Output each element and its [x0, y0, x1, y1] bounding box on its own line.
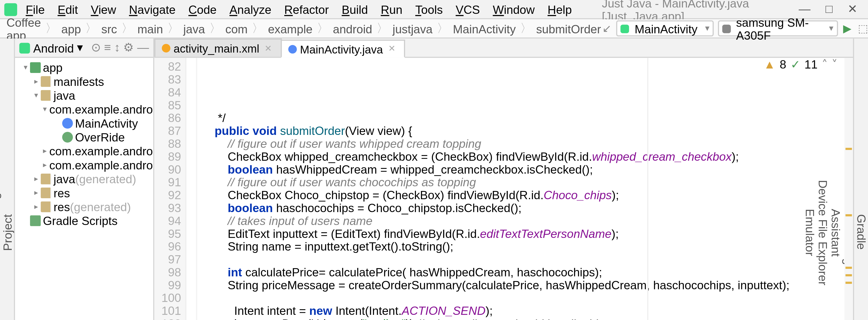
menu-refactor[interactable]: Refactor [278, 2, 335, 17]
menu-help[interactable]: Help [541, 2, 578, 17]
tree-node[interactable]: MainActivity [15, 116, 153, 129]
breadcrumb-item[interactable]: example [268, 22, 313, 35]
tree-node[interactable]: Gradle Scripts [15, 213, 153, 227]
tree-node[interactable]: OverRide [15, 129, 153, 143]
close-icon[interactable]: ✕ [847, 2, 857, 16]
menu-file[interactable]: File [19, 2, 51, 17]
debug-icon[interactable]: ⬚ [857, 21, 868, 35]
project-pane: Android ▾ ⊙ ≡ ↕ ⚙ — ▾app▸manifests▾java▾… [15, 38, 154, 320]
menu-navigate[interactable]: Navigate [123, 2, 182, 17]
inspection-widget[interactable]: ▲8 ✓11 ˄ ˅ [764, 58, 838, 71]
run-config-combo[interactable]: MainActivity [616, 21, 714, 36]
right-tool-stripe: Gradle Device Manager Assistant Device F… [853, 38, 868, 320]
breadcrumb-item[interactable]: submitOrder [536, 22, 601, 35]
tree-node[interactable]: ▸res [15, 185, 153, 199]
menu-analyze[interactable]: Analyze [223, 2, 278, 17]
editor-tab[interactable]: MainActivity.java✕ [281, 40, 406, 58]
tree-node[interactable]: ▾java [15, 88, 153, 102]
project-tree[interactable]: ▾app▸manifests▾java▾com.example.android.… [15, 58, 153, 320]
minimize-icon[interactable]: — [799, 2, 810, 16]
gear-icon[interactable]: ⚙ [123, 40, 134, 55]
tree-node[interactable]: ▸manifests [15, 74, 153, 88]
project-view-combo[interactable]: Android ▾ [19, 40, 84, 55]
menu-window[interactable]: Window [486, 2, 541, 17]
breadcrumb-item[interactable]: java [183, 22, 205, 35]
breadcrumb-item[interactable]: justjava [393, 22, 433, 35]
device-combo[interactable]: samsung SM-A305F [718, 21, 837, 36]
tree-node[interactable]: ▾app [15, 60, 153, 74]
breadcrumb-item[interactable]: Coffee app [6, 15, 41, 41]
tree-node[interactable]: ▾com.example.android.justjava [15, 102, 153, 116]
tree-node[interactable]: ▸com.example.android.justjava (a [15, 143, 153, 157]
expand-icon[interactable]: ≡ [104, 40, 111, 55]
menu-vcs[interactable]: VCS [449, 2, 486, 17]
menu-build[interactable]: Build [335, 2, 374, 17]
gradle-tab[interactable]: Gradle [855, 215, 868, 250]
breadcrumb-item[interactable]: android [333, 22, 372, 35]
breadcrumb-item[interactable]: main [137, 22, 163, 35]
fold-column[interactable] [186, 58, 197, 320]
breadcrumb-item[interactable]: src [101, 22, 117, 35]
gutter[interactable]: 8283848586878889909192939495969798991001… [154, 58, 186, 320]
locate-icon[interactable]: ⊙ [91, 40, 101, 55]
run-button[interactable]: ▶ [842, 21, 853, 35]
breadcrumb-item[interactable]: com [225, 22, 248, 35]
editor-tab[interactable]: activity_main.xml✕ [154, 38, 282, 57]
menu-edit[interactable]: Edit [51, 2, 84, 17]
breadcrumb[interactable]: Coffee app〉app〉src〉main〉java〉com〉example… [6, 15, 601, 41]
tree-node[interactable]: ▸java (generated) [15, 171, 153, 185]
sync-icon[interactable]: ↙ [601, 21, 612, 35]
menu-run[interactable]: Run [374, 2, 409, 17]
breadcrumb-item[interactable]: app [61, 22, 81, 35]
breadcrumb-item[interactable]: MainActivity [453, 22, 516, 35]
editor-tabs: activity_main.xml✕MainActivity.java✕ [154, 38, 853, 58]
tree-node[interactable]: ▸res (generated) [15, 199, 153, 213]
menu-view[interactable]: View [84, 2, 123, 17]
app-icon [4, 3, 17, 15]
left-tool-stripe: Project Resource Manager Structure Favor… [0, 38, 15, 320]
menu-tools[interactable]: Tools [409, 2, 449, 17]
close-tab-icon[interactable]: ✕ [388, 44, 396, 54]
close-tab-icon[interactable]: ✕ [265, 43, 272, 53]
project-tool-tab[interactable]: Project [1, 214, 14, 251]
menu-code[interactable]: Code [182, 2, 223, 17]
hide-icon[interactable]: — [137, 40, 149, 55]
error-stripe[interactable] [844, 58, 853, 320]
collapse-icon[interactable]: ↕ [114, 40, 120, 55]
nav-toolbar: Coffee app〉app〉src〉main〉java〉com〉example… [0, 19, 868, 38]
resource-manager-tab[interactable]: Resource Manager [0, 182, 1, 283]
code-area[interactable]: ▲8 ✓11 ˄ ˅ */ public void submitOrder(Vi… [197, 58, 844, 320]
maximize-icon[interactable]: □ [826, 2, 833, 16]
tree-node[interactable]: ▸com.example.android.justjava (a [15, 157, 153, 171]
